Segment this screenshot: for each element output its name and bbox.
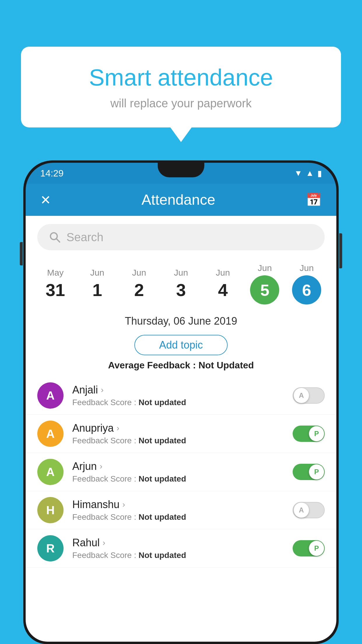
volume-button-left [20, 242, 23, 265]
feedback-score-3: Feedback Score : Not updated [72, 512, 293, 522]
date-month-4: Jun [216, 268, 230, 278]
toggle-knob-1: P [309, 426, 324, 441]
signal-icon: ▲ [306, 169, 314, 178]
speech-bubble-subtitle: will replace your paperwork [44, 97, 318, 110]
student-item-2[interactable]: AArjun›Feedback Score : Not updatedP [26, 453, 336, 491]
student-item-3[interactable]: HHimanshu›Feedback Score : Not updatedA [26, 491, 336, 529]
calendar-button[interactable]: 📅 [306, 192, 322, 207]
toggle-container-4[interactable]: P [293, 540, 325, 556]
chevron-icon-4: › [103, 538, 105, 547]
attendance-toggle-1[interactable]: P [293, 426, 325, 442]
search-icon [49, 231, 61, 243]
avatar-1: A [37, 421, 64, 447]
selected-date: Thursday, 06 June 2019 [26, 309, 336, 330]
status-time: 14:29 [40, 168, 64, 179]
date-item-4[interactable]: Jun4 [202, 263, 244, 305]
toggle-knob-3: A [294, 503, 309, 518]
date-month-1: Jun [90, 268, 104, 278]
student-info-0: Anjali›Feedback Score : Not updated [72, 384, 293, 407]
content-area: Search May31Jun1Jun2Jun3Jun4Jun5Jun6 Thu… [26, 216, 336, 642]
notch [158, 163, 204, 177]
student-info-2: Arjun›Feedback Score : Not updated [72, 460, 293, 484]
speech-bubble-container: Smart attendance will replace your paper… [21, 47, 341, 127]
feedback-score-4: Feedback Score : Not updated [72, 551, 293, 560]
status-bar: 14:29 ▼ ▲ ▮ [26, 163, 336, 184]
speech-bubble-title: Smart attendance [44, 64, 318, 91]
date-circle-6: 6 [292, 275, 321, 304]
phone-screen: 14:29 ▼ ▲ ▮ ✕ Attendance 📅 Search [26, 163, 336, 642]
battery-icon: ▮ [317, 169, 322, 178]
power-button-right [339, 233, 342, 268]
date-item-1[interactable]: Jun1 [76, 263, 118, 305]
student-name-row-0: Anjali› [72, 384, 293, 396]
date-item-3[interactable]: Jun3 [160, 263, 202, 305]
student-info-4: Rahul›Feedback Score : Not updated [72, 537, 293, 560]
student-name-row-3: Himanshu› [72, 498, 293, 511]
date-item-6[interactable]: Jun6 [286, 258, 328, 309]
date-month-6: Jun [300, 263, 314, 273]
toggle-knob-4: P [309, 541, 324, 556]
toggle-container-1[interactable]: P [293, 426, 325, 442]
date-month-2: Jun [132, 268, 146, 278]
toggle-container-2[interactable]: P [293, 464, 325, 480]
student-name-2: Arjun [72, 460, 97, 473]
avg-feedback: Average Feedback : Not Updated [26, 360, 336, 371]
speech-bubble-arrow [169, 126, 193, 142]
student-item-0[interactable]: AAnjali›Feedback Score : Not updatedA [26, 377, 336, 415]
app-bar-title: Attendance [142, 191, 215, 208]
attendance-toggle-3[interactable]: A [293, 502, 325, 518]
student-info-3: Himanshu›Feedback Score : Not updated [72, 498, 293, 522]
date-item-2[interactable]: Jun2 [118, 263, 160, 305]
avatar-3: H [37, 497, 64, 523]
attendance-toggle-0[interactable]: A [293, 387, 325, 404]
date-day-3: 3 [176, 280, 186, 300]
student-name-1: Anupriya [72, 422, 114, 434]
student-item-4[interactable]: RRahul›Feedback Score : Not updatedP [26, 529, 336, 568]
chevron-icon-2: › [100, 462, 102, 471]
student-name-4: Rahul [72, 537, 100, 549]
chevron-icon-0: › [101, 385, 103, 395]
student-name-row-2: Arjun› [72, 460, 293, 473]
search-bar[interactable]: Search [37, 224, 325, 250]
feedback-score-1: Feedback Score : Not updated [72, 436, 293, 445]
student-name-row-4: Rahul› [72, 537, 293, 549]
svg-line-1 [57, 239, 60, 242]
student-name-row-1: Anupriya› [72, 422, 293, 434]
date-day-1: 1 [92, 280, 102, 300]
student-list: AAnjali›Feedback Score : Not updatedAAAn… [26, 377, 336, 568]
toggle-knob-2: P [309, 464, 324, 480]
attendance-toggle-2[interactable]: P [293, 464, 325, 480]
date-month-0: May [47, 268, 64, 278]
avatar-0: A [37, 382, 64, 409]
avatar-2: A [37, 459, 64, 485]
student-info-1: Anupriya›Feedback Score : Not updated [72, 422, 293, 445]
date-month-3: Jun [174, 268, 188, 278]
search-input-placeholder: Search [66, 231, 103, 244]
date-item-0[interactable]: May31 [34, 263, 76, 305]
add-topic-label: Add topic [159, 339, 203, 351]
date-scroller[interactable]: May31Jun1Jun2Jun3Jun4Jun5Jun6 [26, 258, 336, 309]
feedback-score-2: Feedback Score : Not updated [72, 474, 293, 484]
speech-bubble: Smart attendance will replace your paper… [21, 47, 341, 127]
close-button[interactable]: ✕ [40, 192, 51, 207]
date-item-5[interactable]: Jun5 [244, 258, 286, 309]
attendance-toggle-4[interactable]: P [293, 540, 325, 556]
date-day-0: 31 [45, 280, 65, 300]
date-day-4: 4 [218, 280, 228, 300]
date-month-5: Jun [258, 263, 272, 273]
chevron-icon-1: › [117, 424, 119, 433]
app-bar: ✕ Attendance 📅 [26, 184, 336, 216]
date-day-6: 6 [302, 281, 311, 300]
student-name-3: Himanshu [72, 498, 120, 511]
chevron-icon-3: › [122, 500, 125, 509]
toggle-container-0[interactable]: A [293, 387, 325, 404]
add-topic-button[interactable]: Add topic [134, 335, 228, 355]
avg-feedback-label: Average Feedback : [108, 360, 198, 370]
student-item-1[interactable]: AAnupriya›Feedback Score : Not updatedP [26, 415, 336, 453]
student-name-0: Anjali [72, 384, 98, 396]
status-icons: ▼ ▲ ▮ [294, 169, 322, 178]
date-circle-5: 5 [250, 275, 279, 304]
avatar-4: R [37, 535, 64, 561]
toggle-container-3[interactable]: A [293, 502, 325, 518]
feedback-score-0: Feedback Score : Not updated [72, 398, 293, 407]
